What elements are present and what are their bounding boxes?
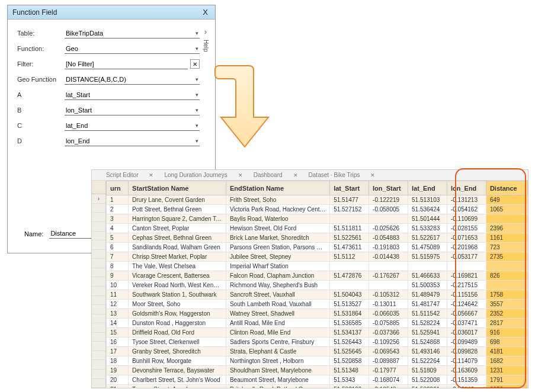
- cell-end[interactable]: Sancroft Street, Vauxhall: [226, 290, 329, 300]
- cell-latE[interactable]: 51.522008: [408, 375, 447, 385]
- cell-end[interactable]: Hewison Street, Old Ford: [226, 224, 329, 233]
- cell-end[interactable]: Northington Street , Holborn: [226, 356, 329, 366]
- cell-latS[interactable]: 51.51477: [330, 195, 369, 205]
- cell-dist[interactable]: 1791: [486, 375, 527, 385]
- cell-latS[interactable]: 51.520858: [330, 356, 369, 366]
- row-indicator[interactable]: [92, 305, 105, 314]
- cell-urn[interactable]: 21: [107, 385, 129, 388]
- cell-latS[interactable]: 51.534137: [330, 328, 369, 338]
- cell-start[interactable]: Devonshire Terrace, Bayswater: [129, 366, 226, 375]
- cell-latE[interactable]: 51.524868: [408, 338, 447, 347]
- table-row[interactable]: 17Granby Street, ShoreditchStrata, Eleph…: [107, 347, 528, 356]
- cell-dist[interactable]: [486, 214, 527, 224]
- cell-dist[interactable]: 2352: [486, 309, 527, 319]
- cell-start[interactable]: Bunhill Row, Moorgate: [129, 356, 226, 366]
- cell-urn[interactable]: 5: [107, 233, 129, 243]
- cell-dist[interactable]: 2817: [486, 319, 527, 328]
- cell-start[interactable]: Vicarage Crescent, Battersea: [129, 271, 226, 281]
- row-indicator[interactable]: [92, 287, 105, 296]
- cell-latS[interactable]: 51.527152: [330, 205, 369, 214]
- cell-latE[interactable]: 51.481747: [408, 300, 447, 309]
- table-row[interactable]: 10Vereker Road North, West KensingtonRic…: [107, 281, 528, 290]
- cell-latE[interactable]: 51.511542: [408, 309, 447, 319]
- cell-end[interactable]: Beaumont Street, Marylebone: [226, 375, 329, 385]
- row-indicator[interactable]: [92, 213, 105, 222]
- cell-lonS[interactable]: -0.037366: [369, 328, 408, 338]
- cell-latE[interactable]: 51.493146: [408, 347, 447, 356]
- cell-urn[interactable]: 12: [107, 300, 129, 309]
- cell-lonS[interactable]: -0.176267: [369, 271, 408, 281]
- cell-latS[interactable]: 51.531864: [330, 309, 369, 319]
- cell-lonE[interactable]: -0.124642: [447, 300, 486, 309]
- close-icon[interactable]: ✕: [370, 172, 375, 178]
- col-end[interactable]: EndStation Name: [226, 181, 329, 195]
- row-indicator[interactable]: [92, 250, 105, 259]
- cell-lonS[interactable]: -0.054883: [369, 233, 408, 243]
- cell-start[interactable]: Driffield Road, Old Ford: [129, 328, 226, 338]
- row-indicator[interactable]: [92, 296, 105, 306]
- cell-lonS[interactable]: -0.17977: [369, 366, 408, 375]
- cell-urn[interactable]: 7: [107, 252, 129, 262]
- cell-lonS[interactable]: -0.058005: [369, 205, 408, 214]
- cell-lonS[interactable]: -0.025626: [369, 224, 408, 233]
- cell-lonE[interactable]: -0.036017: [447, 328, 486, 338]
- cell-end[interactable]: Sadlers Sports Centre, Finsbury: [226, 338, 329, 347]
- col-lon-start[interactable]: lon_Start: [369, 181, 408, 195]
- cell-end[interactable]: Watney Street, Shadwell: [226, 309, 329, 319]
- table-row[interactable]: 12Moor Street, SohoSouth Lambeth Road, V…: [107, 300, 528, 309]
- table-row[interactable]: 21Torrens Street, AngelPritchard's Road,…: [107, 385, 528, 388]
- cell-lonE[interactable]: -0.151359: [447, 375, 486, 385]
- cell-dist[interactable]: 826: [486, 271, 527, 281]
- cell-dist[interactable]: [486, 281, 527, 290]
- cell-start[interactable]: Granby Street, Shoreditch: [129, 347, 226, 356]
- table-row[interactable]: 7Chrisp Street Market, PoplarJubilee Str…: [107, 252, 528, 262]
- cell-dist[interactable]: 3050: [486, 385, 527, 388]
- cell-dist[interactable]: 916: [486, 328, 527, 338]
- param-b-select[interactable]: lon_Start▾: [65, 105, 200, 115]
- cell-latE[interactable]: 51.466633: [408, 271, 447, 281]
- close-icon[interactable]: ✕: [238, 172, 243, 178]
- cell-end[interactable]: Richmond Way, Shepherd's Bush: [226, 281, 329, 290]
- col-distance[interactable]: Distance: [486, 181, 527, 195]
- cell-lonE[interactable]: -0.163609: [447, 366, 486, 375]
- col-lat-start[interactable]: lat_Start: [330, 181, 369, 195]
- cell-end[interactable]: Imperial Wharf Station: [226, 262, 329, 271]
- cell-latE[interactable]: 51.533283: [408, 224, 447, 233]
- cell-end[interactable]: Falcon Road, Clapham Junction: [226, 271, 329, 281]
- cell-dist[interactable]: 1682: [486, 356, 527, 366]
- cell-latS[interactable]: 51.5343: [330, 375, 369, 385]
- table-row[interactable]: 13Goldsmith's Row, HaggerstonWatney Stre…: [107, 309, 528, 319]
- cell-urn[interactable]: 8: [107, 262, 129, 271]
- cell-urn[interactable]: 3: [107, 214, 129, 224]
- cell-start[interactable]: Drury Lane, Covent Garden: [129, 195, 226, 205]
- tab-long-journeys[interactable]: Long Duration Journeys: [162, 172, 229, 178]
- tab-dataset[interactable]: Dataset · Bike Trips: [306, 172, 363, 178]
- table-row[interactable]: 6Sandilands Road, Walham GreenParsons Gr…: [107, 243, 528, 252]
- cell-lonS[interactable]: -0.13011: [369, 300, 408, 309]
- table-row[interactable]: 19Devonshire Terrace, BayswaterShouldham…: [107, 366, 528, 375]
- cell-lonE[interactable]: -0.037471: [447, 319, 486, 328]
- close-icon[interactable]: ✕: [293, 172, 298, 178]
- col-start[interactable]: StartStation Name: [129, 181, 226, 195]
- cell-end[interactable]: Strata, Elephant & Castle: [226, 347, 329, 356]
- cell-lonE[interactable]: -0.099489: [447, 338, 486, 347]
- param-a-select[interactable]: lat_Start▾: [65, 90, 200, 100]
- cell-lonE[interactable]: -0.028155: [447, 224, 486, 233]
- cell-lonS[interactable]: [369, 281, 408, 290]
- cell-lonS[interactable]: -0.122219: [369, 195, 408, 205]
- cell-latS[interactable]: 51.536585: [330, 319, 369, 328]
- cell-end[interactable]: Clinton Road, Mile End: [226, 328, 329, 338]
- cell-lonS[interactable]: -0.191803: [369, 243, 408, 252]
- cell-lonE[interactable]: -0.110699: [447, 214, 486, 224]
- cell-urn[interactable]: 17: [107, 347, 129, 356]
- cell-lonS[interactable]: -0.109256: [369, 338, 408, 347]
- cell-urn[interactable]: 13: [107, 309, 129, 319]
- table-row[interactable]: 8The Vale, West ChelseaImperial Wharf St…: [107, 262, 528, 271]
- cell-urn[interactable]: 16: [107, 338, 129, 347]
- cell-end[interactable]: Baylis Road, Waterloo: [226, 214, 329, 224]
- cell-latE[interactable]: 51.51809: [408, 366, 447, 375]
- table-row[interactable]: 1Drury Lane, Covent GardenFrith Street, …: [107, 195, 528, 205]
- param-d-select[interactable]: lon_End▾: [65, 136, 200, 146]
- table-row[interactable]: 16Tysoe Street, ClerkenwellSadlers Sport…: [107, 338, 528, 347]
- cell-lonS[interactable]: -0.089887: [369, 356, 408, 366]
